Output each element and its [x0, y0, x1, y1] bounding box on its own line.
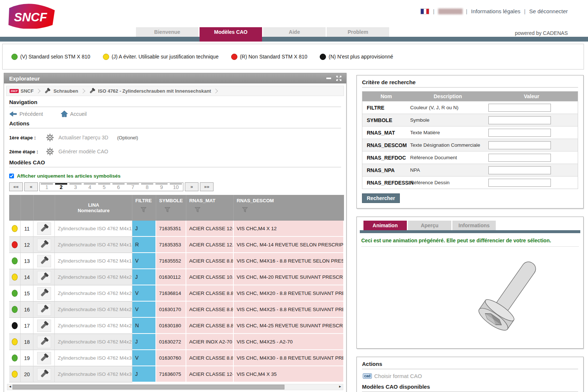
table-row[interactable]: 11 Zylinderschraube ISO 4762 M4x12 J 716…	[9, 221, 344, 237]
preview-tab[interactable]: Animation	[363, 221, 407, 230]
page-number-button[interactable]: 5	[97, 183, 111, 191]
criteria-value-input[interactable]	[488, 129, 551, 137]
page-next-button[interactable]: »	[185, 182, 198, 191]
screw-thumbnail-icon[interactable]	[37, 368, 51, 381]
rnas-descom-value: VIS CHC, M4-14 REVETUE SELON PRESCRIPTIO…	[234, 237, 344, 253]
parts-table-body: 11 Zylinderschraube ISO 4762 M4x12 J 716…	[9, 221, 344, 382]
legend-label: (N) N'est plus approvisionné	[329, 54, 393, 60]
legal-link[interactable]: Informations légales	[471, 8, 520, 14]
page-number-button[interactable]: 10	[169, 183, 183, 191]
logout-link[interactable]: Se déconnecter	[529, 8, 568, 14]
screw-thumbnail-icon[interactable]	[37, 320, 51, 332]
nav-tab[interactable]: Modèles CAO	[200, 27, 262, 42]
refresh-3d-link[interactable]: Actualiser l'aperçu 3D	[58, 135, 108, 140]
screw-thumbnail-icon[interactable]	[37, 303, 51, 316]
search-button[interactable]: Rechercher	[362, 193, 400, 203]
criteria-description: Symbole	[410, 117, 485, 123]
table-row[interactable]: 18 Zylinderschraube ISO 4762 M4x25 J 016…	[9, 334, 344, 350]
table-row[interactable]: 13 Zylinderschraube ISO 4762 M4x16 V 716…	[9, 253, 344, 269]
page-prev-button[interactable]: «	[24, 182, 38, 191]
table-row[interactable]: 19 Zylinderschraube ISO 4762 M4x30 V 016…	[9, 350, 344, 366]
minimize-icon[interactable]	[325, 75, 332, 81]
criteria-value-input[interactable]	[488, 179, 551, 187]
page-number-button[interactable]: 3	[68, 183, 83, 191]
rnas-descom-value: VIS CHC, M4X20 - 8.8 REVETUE SUIVANT PRE…	[234, 285, 344, 302]
screw-thumbnail-icon[interactable]	[37, 239, 51, 251]
generate-cad-link[interactable]: Générer modèle CAO	[58, 149, 108, 154]
nav-tab[interactable]: Bienvenue	[136, 27, 198, 37]
models-cao-heading: Modèles CAO	[9, 159, 341, 167]
filter-funnel-icon[interactable]	[140, 207, 147, 213]
scrollbar-thumb[interactable]	[12, 385, 284, 389]
symbolized-only-checkbox[interactable]	[9, 174, 14, 178]
table-row[interactable]: 14 Zylinderschraube ISO 4762 M4x20 J 016…	[9, 269, 344, 285]
actions-heading: Actions	[9, 120, 341, 128]
screw-thumbnail-icon[interactable]	[37, 222, 51, 235]
animation-3d-view[interactable]	[360, 247, 580, 345]
filter-funnel-icon[interactable]	[194, 207, 201, 213]
screw-thumbnail-icon[interactable]	[37, 287, 51, 300]
page-last-button[interactable]: »»	[200, 182, 214, 191]
symbole-value: 71636075	[156, 366, 186, 382]
filter-funnel-icon[interactable]	[164, 207, 171, 213]
criteria-value-input[interactable]	[488, 104, 551, 112]
part-name: Zylinderschraube ISO 4762 M4x16	[55, 253, 132, 269]
table-row[interactable]: 12 Zylinderschraube ISO 4762 M4x14 R 716…	[9, 237, 344, 253]
page-number-button[interactable]: 4	[83, 183, 97, 191]
col-description: Description	[410, 93, 485, 99]
nav-tab[interactable]: Aide	[263, 27, 326, 37]
criteria-value-input[interactable]	[488, 141, 551, 149]
criteria-value-input[interactable]	[488, 166, 551, 174]
preview-tab[interactable]: Informations	[452, 221, 496, 230]
page-number-button[interactable]: 8	[140, 183, 154, 191]
nav-tab[interactable]: Problem	[327, 27, 389, 37]
col-symbole: SYMBOLE	[159, 198, 183, 203]
rnas-descom-value: VIS CHC,M4 X 35	[234, 366, 344, 382]
back-button[interactable]: Précédent	[9, 110, 43, 117]
page-number-button[interactable]: 1	[40, 183, 54, 191]
col-rnas-mat: RNAS_MAT	[189, 198, 215, 203]
explorer-title: Explorateur	[9, 75, 40, 82]
sncf-logo[interactable]: SNCF	[7, 2, 57, 29]
table-row[interactable]: 16 Zylinderschraube ISO 4762 M4x25 V 016…	[9, 302, 344, 318]
filter-funnel-icon[interactable]	[242, 207, 248, 213]
expand-icon[interactable]	[335, 75, 343, 81]
optional-note: (Optionel)	[117, 135, 138, 140]
screw-thumbnail-icon[interactable]	[37, 271, 51, 284]
row-number: 13	[21, 253, 33, 269]
criteria-table: Nom Description Valeur FILTRE Couleur (V…	[362, 91, 578, 189]
criteria-row: RNAS_MAT Texte Matière	[362, 126, 578, 139]
page-number-button[interactable]: 6	[111, 183, 126, 191]
rnas-descom-value: VIS CHC, M4X25 - 8.8 REVETUE SUIVANT PRE…	[234, 302, 344, 318]
screw-thumbnail-icon[interactable]	[37, 255, 51, 267]
page-first-button[interactable]: ««	[9, 182, 23, 191]
home-button[interactable]: Accueil	[61, 110, 87, 117]
table-row[interactable]: 17 Zylinderschraube ISO 4762 M4x25 N 016…	[9, 318, 344, 334]
part-name: Zylinderschraube ISO 4762 M4x30	[55, 350, 132, 366]
choose-cad-format-link[interactable]: cad Choisir format CAO	[363, 373, 578, 379]
expand-arrows-icon	[336, 75, 342, 81]
screw-thumbnail-icon[interactable]	[37, 352, 51, 364]
row-number: 11	[21, 221, 33, 237]
legend-label: (R) Non Standard STM X 810	[240, 54, 308, 60]
filtre-value: V	[132, 350, 156, 366]
screw-thumbnail-icon[interactable]	[37, 336, 51, 348]
french-flag-icon[interactable]	[420, 8, 429, 14]
criteria-description: NPA	[410, 167, 485, 173]
scroll-right-arrow-icon[interactable]: ►	[338, 385, 342, 388]
horizontal-scrollbar[interactable]: ◄ ►	[7, 384, 343, 390]
page-number-button[interactable]: 2	[54, 183, 68, 191]
preview-tab[interactable]: Aperçu	[408, 221, 451, 230]
criteria-value-input[interactable]	[488, 116, 551, 124]
preview-panel: AnimationAperçuInformations Ceci est une…	[356, 217, 584, 349]
page-number-button[interactable]: 7	[126, 183, 140, 191]
breadcrumb-item-sncf[interactable]: SNCF SNCF	[10, 88, 33, 94]
criteria-value-input[interactable]	[488, 154, 551, 162]
breadcrumb-item-schrauben[interactable]: Schrauben	[43, 88, 78, 94]
breadcrumb-item-iso4762[interactable]: ISO 4762 - Zylinderschrauben mit Innense…	[88, 88, 211, 94]
page-number-button[interactable]: 9	[154, 183, 169, 191]
table-row[interactable]: 20 Zylinderschraube ISO 4762 M4x35 J 716…	[9, 366, 344, 382]
filtre-value: J	[132, 221, 156, 237]
scroll-left-arrow-icon[interactable]: ◄	[8, 385, 12, 388]
table-row[interactable]: 15 Zylinderschraube ISO 4762 M4x20 V 716…	[9, 285, 344, 302]
